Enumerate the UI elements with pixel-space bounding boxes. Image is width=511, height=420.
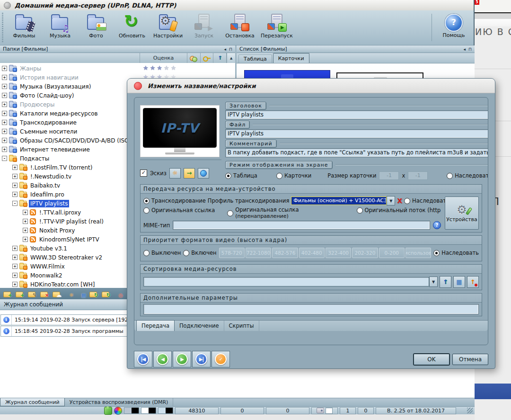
dialog-tab[interactable]: Подключение bbox=[175, 321, 224, 331]
expand-toggle[interactable]: + bbox=[23, 237, 28, 242]
ok-button[interactable]: OK bbox=[414, 354, 449, 365]
expand-toggle[interactable]: + bbox=[12, 174, 18, 179]
sort-grid-button[interactable]: ▦ bbox=[453, 276, 465, 288]
users-column-icon[interactable] bbox=[187, 53, 201, 63]
dialog-tab[interactable]: Передача bbox=[136, 320, 175, 331]
file-input[interactable]: IPTV playlists bbox=[225, 129, 488, 138]
dialog-tab[interactable]: Скрипты bbox=[224, 321, 259, 331]
expand-toggle[interactable]: + bbox=[12, 183, 18, 188]
toolbar-button-restart[interactable]: ▶Перезапуск bbox=[258, 12, 296, 44]
add-subfolder-icon[interactable]: + bbox=[16, 290, 25, 298]
thumbnail-preview[interactable]: IP-TV bbox=[140, 105, 220, 157]
add-media-folder-icon[interactable]: + bbox=[3, 290, 12, 298]
toolbar-button-settings[interactable]: ⚙Настройки bbox=[150, 12, 186, 44]
toolbar-button-films[interactable]: Фильмы bbox=[6, 12, 42, 44]
clear-profile-icon[interactable]: X bbox=[397, 197, 402, 205]
title-input[interactable]: IPTV playlists bbox=[225, 110, 488, 119]
sort-remove-button[interactable]: ↑ bbox=[467, 276, 479, 288]
go-last-button[interactable]: ▶| bbox=[192, 351, 211, 367]
dialog-title-bar[interactable]: Изменить название/настройки bbox=[127, 79, 495, 93]
generate-thumbnail-icon[interactable]: ☼ bbox=[169, 168, 181, 179]
list-view-tab[interactable]: Таблица bbox=[238, 54, 272, 63]
radio-original-link[interactable] bbox=[143, 207, 150, 214]
delete-folder-icon[interactable]: × bbox=[40, 290, 49, 298]
cloud-folder-icon[interactable]: ☁ bbox=[53, 290, 62, 298]
bottom-tab[interactable]: Журнал сообщений bbox=[0, 398, 65, 406]
expand-toggle[interactable]: + bbox=[12, 264, 18, 269]
cancel-button[interactable]: Отмена bbox=[452, 354, 488, 365]
rename-folder-icon[interactable]: ✎ bbox=[28, 290, 37, 298]
expand-toggle[interactable]: + bbox=[23, 228, 28, 233]
expand-toggle[interactable]: + bbox=[2, 129, 7, 134]
web-thumbnail-icon[interactable] bbox=[198, 168, 209, 179]
access-column-icon[interactable] bbox=[201, 53, 214, 63]
devices-button[interactable]: ⚙ Устройства bbox=[445, 197, 479, 230]
expand-toggle[interactable]: + bbox=[2, 84, 7, 89]
toolbar-button-stop[interactable]: Остановка bbox=[222, 12, 258, 44]
collapse-panel-icon[interactable]: ◂ bbox=[224, 47, 226, 52]
radio-priority-inherit[interactable] bbox=[433, 250, 440, 256]
scroll-up-button[interactable]: ▲ bbox=[227, 53, 235, 63]
radio-display-inherit[interactable] bbox=[447, 173, 453, 179]
expand-toggle[interactable]: + bbox=[2, 147, 7, 152]
expand-toggle[interactable]: + bbox=[12, 255, 18, 260]
radio-priority-on[interactable] bbox=[183, 250, 189, 256]
toolbar-button-music[interactable]: ♫Музыка bbox=[42, 12, 78, 44]
expand-toggle[interactable]: + bbox=[2, 66, 7, 71]
chevron-down-icon[interactable]: ▼ bbox=[387, 196, 395, 206]
weather-icon[interactable]: ☼ bbox=[65, 290, 74, 298]
help-buoy-icon[interactable]: ◎ bbox=[114, 290, 123, 298]
list-view-tab[interactable]: Карточки bbox=[273, 53, 309, 63]
radio-cards[interactable] bbox=[276, 173, 282, 179]
expand-toggle[interactable]: + bbox=[2, 102, 7, 107]
expand-toggle[interactable]: + bbox=[12, 192, 18, 197]
column-name[interactable] bbox=[0, 53, 140, 63]
radio-transcode[interactable] bbox=[143, 198, 150, 204]
expand-toggle[interactable]: + bbox=[2, 93, 7, 98]
go-first-button[interactable]: |◀ bbox=[134, 351, 152, 367]
radio-original-stream[interactable] bbox=[357, 207, 363, 214]
collapse-toggle[interactable]: - bbox=[12, 201, 18, 206]
toolbar-button-refresh[interactable]: ↻Обновить bbox=[114, 12, 150, 44]
sorting-select[interactable]: ▼ bbox=[143, 277, 438, 287]
apply-button[interactable]: ✓ bbox=[211, 351, 230, 367]
toolbar-button-help[interactable]: ? Помощь bbox=[439, 12, 469, 44]
rating-stars[interactable]: ★★★★★ bbox=[143, 64, 177, 71]
sync-folder-alt-icon[interactable]: ↻ bbox=[102, 290, 111, 298]
pin-icon[interactable]: ⊓ bbox=[229, 47, 232, 52]
go-next-button[interactable]: ▶ bbox=[173, 351, 191, 367]
resize-grip[interactable] bbox=[467, 408, 473, 413]
comment-input[interactable]: В папку добавить подкаст, где в поле "Сс… bbox=[225, 148, 488, 157]
collapse-panel-icon[interactable]: ◂ bbox=[463, 47, 466, 52]
radio-original-link-redirect[interactable] bbox=[227, 210, 233, 216]
transcode-profile-select[interactable]: Фильмы (основной) + V15000-AC3 ▼ bbox=[291, 196, 395, 206]
pin-icon[interactable]: ⊓ bbox=[468, 47, 472, 52]
chevron-down-icon[interactable]: ▼ bbox=[429, 277, 438, 287]
thumbnail-checkbox[interactable]: ✓ bbox=[140, 170, 147, 177]
radio-transfer-inherit[interactable] bbox=[404, 198, 410, 204]
toolbar-grip[interactable] bbox=[2, 13, 3, 42]
radio-table[interactable] bbox=[225, 173, 231, 179]
collapse-toggle[interactable]: - bbox=[2, 156, 7, 161]
mime-input[interactable] bbox=[173, 221, 430, 230]
expand-toggle[interactable]: + bbox=[2, 138, 7, 143]
expand-toggle[interactable]: + bbox=[23, 219, 28, 224]
expand-toggle[interactable]: + bbox=[12, 282, 18, 287]
expand-toggle[interactable]: + bbox=[12, 165, 18, 170]
load-thumbnail-icon[interactable]: → bbox=[184, 168, 195, 179]
expand-toggle[interactable]: + bbox=[12, 246, 18, 251]
title-bar[interactable]: Домашний медиа-сервер (UPnP, DLNA, HTTP) bbox=[0, 0, 474, 11]
additional-params-input[interactable] bbox=[143, 304, 479, 314]
expand-toggle[interactable]: + bbox=[12, 273, 18, 278]
sort-column-icon[interactable]: ↑ bbox=[213, 53, 227, 63]
toolbar-button-photo[interactable]: Фото bbox=[78, 12, 114, 44]
radio-priority-off[interactable] bbox=[143, 250, 150, 256]
tree-item[interactable]: +Жанры★★★★★ bbox=[0, 64, 235, 73]
expand-toggle[interactable]: + bbox=[2, 111, 7, 116]
color-wheel-icon[interactable] bbox=[114, 407, 122, 415]
expand-toggle[interactable]: + bbox=[2, 75, 7, 80]
mime-help-icon[interactable]: ? bbox=[433, 221, 441, 229]
bottom-tab[interactable]: Устройства воспроизведения (DMR) bbox=[65, 398, 174, 406]
column-rating[interactable]: Оценка bbox=[140, 53, 187, 63]
plugin-icon[interactable] bbox=[104, 407, 112, 415]
